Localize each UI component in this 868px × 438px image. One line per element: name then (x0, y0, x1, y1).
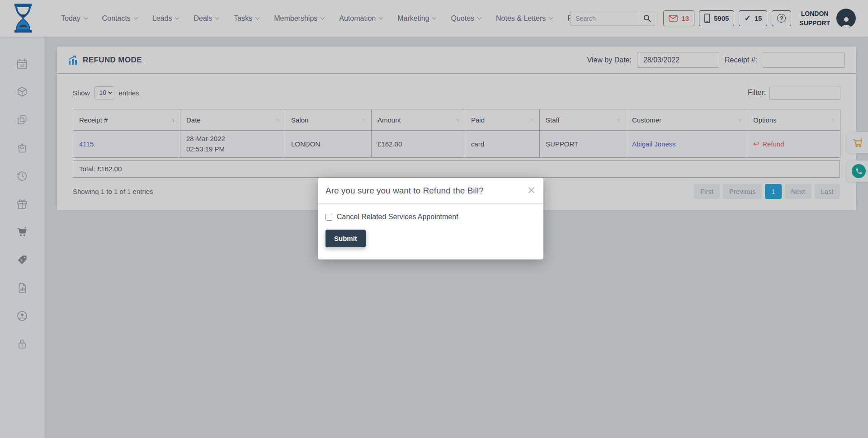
cancel-related-services-label: Cancel Related Services Appointment (337, 213, 458, 221)
modal-header: Are you sure you want to Refund the Bill… (318, 178, 543, 204)
refund-confirm-modal: Are you sure you want to Refund the Bill… (318, 178, 543, 259)
submit-button[interactable]: Submit (326, 230, 366, 247)
screen: Today Contacts Leads Deals Tasks Members… (0, 0, 868, 438)
modal-body: Cancel Related Services Appointment Subm… (318, 204, 543, 247)
modal-title: Are you sure you want to Refund the Bill… (326, 186, 484, 196)
cancel-services-row: Cancel Related Services Appointment (326, 213, 536, 221)
close-icon[interactable]: ✕ (527, 185, 536, 196)
cancel-related-services-checkbox[interactable] (326, 214, 332, 221)
